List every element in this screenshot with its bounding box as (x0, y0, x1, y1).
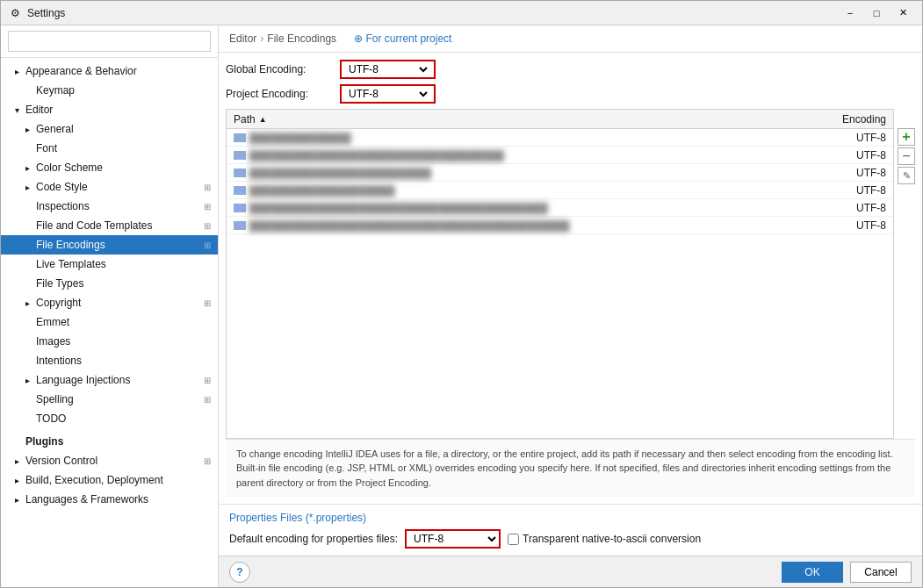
sidebar-item-label: File Encodings (36, 239, 105, 251)
nav-items: ▸ Appearance & Behavior ▸ Keymap ▾ Edito… (1, 58, 218, 587)
maximize-button[interactable]: □ (864, 4, 889, 22)
sidebar-item-plugins[interactable]: ▸ Plugins (1, 432, 218, 451)
sidebar-item-file-encodings[interactable]: ▸ File Encodings ⊞ (1, 235, 218, 255)
sidebar-item-label: Intentions (36, 355, 82, 367)
sidebar-item-label: General (36, 123, 74, 135)
table-row[interactable]: ████████████████████ UTF-8 (227, 182, 893, 199)
sidebar-item-inspections[interactable]: ▸ Inspections ⊞ (1, 197, 218, 216)
breadcrumb-page: File Encodings (267, 32, 336, 45)
expand-arrow: ▾ (11, 104, 22, 115)
sidebar-item-todo[interactable]: ▸ TODO (1, 409, 218, 428)
sidebar-item-file-types[interactable]: ▸ File Types (1, 274, 218, 293)
sidebar-item-copyright[interactable]: ▸ Copyright ⊞ (1, 293, 218, 312)
for-project-label: For current project (365, 32, 451, 45)
table-row[interactable]: ██████████████ UTF-8 (227, 129, 893, 147)
settings-icon: ⊞ (204, 395, 211, 405)
encodings-panel: Global Encoding: UTF-8 UTF-16 ISO-8859-1… (219, 53, 922, 504)
sidebar-item-label: Keymap (36, 84, 75, 97)
window-title: Settings (27, 7, 838, 19)
table-wrapper: Path ▲ Encoding ████████████ (226, 109, 915, 439)
edit-row-button[interactable]: ✎ (898, 167, 915, 184)
sidebar-item-emmet[interactable]: ▸ Emmet (1, 312, 218, 332)
expand-arrow: ▸ (11, 66, 22, 76)
expand-arrow: ▸ (11, 455, 22, 466)
settings-icon: ⊞ (204, 183, 211, 192)
row-encoding: UTF-8 (823, 132, 893, 144)
sidebar-item-label: Build, Execution, Deployment (25, 474, 163, 486)
transparent-checkbox[interactable] (508, 534, 519, 545)
global-encoding-label: Global Encoding: (226, 63, 340, 75)
expand-arrow: ▸ (22, 124, 32, 134)
sidebar-item-font[interactable]: ▸ Font (1, 139, 218, 158)
table-row[interactable]: ████████████████████████████████████████… (227, 199, 893, 217)
for-project-link[interactable]: ⊕ For current project (354, 32, 451, 45)
breadcrumb-editor: Editor (229, 32, 256, 45)
close-button[interactable]: ✕ (891, 4, 915, 22)
properties-encoding-select[interactable]: UTF-8 UTF-16 ISO-8859-1 windows-1252 US-… (405, 529, 501, 549)
sidebar-item-languages-frameworks[interactable]: ▸ Languages & Frameworks (1, 490, 218, 509)
project-encoding-label: Project Encoding: (226, 88, 340, 100)
default-encoding-label: Default encoding for properties files: (229, 533, 398, 545)
properties-section: Properties Files (*.properties) Default … (219, 504, 922, 556)
settings-icon: ⊞ (204, 202, 211, 212)
sidebar-item-images[interactable]: ▸ Images (1, 332, 218, 351)
project-encoding-dropdown[interactable]: UTF-8 UTF-16 ISO-8859-1 windows-1252 US-… (340, 84, 436, 104)
sidebar-item-keymap[interactable]: ▸ Keymap (1, 81, 218, 100)
search-box (1, 25, 218, 58)
folder-icon (234, 221, 246, 230)
table-row[interactable]: ████████████████████████████████████████… (227, 217, 893, 234)
sidebar-item-spelling[interactable]: ▸ Spelling ⊞ (1, 390, 218, 409)
sidebar-item-label: File Types (36, 277, 83, 290)
table-actions: + − ✎ (898, 128, 915, 439)
cancel-button[interactable]: Cancel (850, 562, 912, 583)
encoding-column-header[interactable]: Encoding (823, 113, 893, 125)
project-encoding-select[interactable]: UTF-8 UTF-16 ISO-8859-1 windows-1252 US-… (345, 87, 430, 101)
bottom-bar: ? OK Cancel (219, 556, 922, 587)
sidebar-item-color-scheme[interactable]: ▸ Color Scheme (1, 158, 218, 177)
right-panel: Editor › File Encodings ⊕ For current pr… (219, 25, 922, 587)
help-button[interactable]: ? (229, 562, 250, 583)
sidebar-item-general[interactable]: ▸ General (1, 119, 218, 139)
ok-button[interactable]: OK (782, 562, 843, 583)
sidebar-item-label: Images (36, 335, 70, 348)
expand-arrow: ▸ (22, 162, 32, 173)
row-path: ████████████████████ (227, 185, 823, 196)
sidebar-item-label: Languages & Frameworks (25, 493, 148, 506)
sort-asc-icon: ▲ (259, 115, 267, 124)
sidebar-item-appearance-behavior[interactable]: ▸ Appearance & Behavior (1, 61, 218, 81)
sidebar-item-label: Code Style (36, 181, 88, 193)
sidebar-item-intentions[interactable]: ▸ Intentions (1, 351, 218, 370)
table-row[interactable]: █████████████████████████ UTF-8 (227, 164, 893, 182)
global-encoding-dropdown[interactable]: UTF-8 UTF-16 ISO-8859-1 windows-1252 US-… (340, 60, 436, 79)
sidebar-item-file-code-templates[interactable]: ▸ File and Code Templates ⊞ (1, 216, 218, 235)
sidebar-item-label: Language Injections (36, 374, 130, 386)
path-text: ██████████████ (249, 133, 351, 143)
sidebar-item-code-style[interactable]: ▸ Code Style ⊞ (1, 177, 218, 197)
sidebar-item-label: Color Scheme (36, 161, 103, 174)
sidebar-item-label: TODO (36, 412, 66, 425)
row-path: █████████████████████████ (227, 168, 823, 178)
info-text: To change encoding IntelliJ IDEA uses fo… (226, 439, 915, 498)
sidebar-item-label: Version Control (25, 455, 97, 467)
breadcrumb-separator: › (260, 32, 263, 45)
sidebar-item-build-execution[interactable]: ▸ Build, Execution, Deployment (1, 470, 218, 490)
expand-arrow: ▸ (22, 182, 32, 192)
sidebar-item-label: Appearance & Behavior (25, 65, 137, 77)
search-input[interactable] (8, 31, 211, 52)
sidebar-item-editor[interactable]: ▾ Editor (1, 100, 218, 119)
path-column-header[interactable]: Path ▲ (227, 113, 823, 125)
remove-row-button[interactable]: − (898, 147, 915, 165)
table-row[interactable]: ███████████████████████████████████ UTF-… (227, 147, 893, 164)
minimize-button[interactable]: − (838, 4, 862, 22)
folder-icon (234, 186, 246, 195)
panel-header: Editor › File Encodings ⊕ For current pr… (219, 25, 922, 53)
sidebar-item-language-injections[interactable]: ▸ Language Injections ⊞ (1, 370, 218, 390)
global-encoding-select[interactable]: UTF-8 UTF-16 ISO-8859-1 windows-1252 US-… (345, 62, 430, 76)
add-row-button[interactable]: + (898, 128, 915, 146)
expand-arrow: ▸ (22, 375, 32, 385)
sidebar-item-version-control[interactable]: ▸ Version Control ⊞ (1, 451, 218, 470)
path-text: █████████████████████████ (249, 168, 431, 178)
sidebar-item-live-templates[interactable]: ▸ Live Templates (1, 255, 218, 274)
transparent-checkbox-label[interactable]: Transparent native-to-ascii conversion (508, 533, 701, 545)
row-encoding: UTF-8 (823, 202, 893, 214)
